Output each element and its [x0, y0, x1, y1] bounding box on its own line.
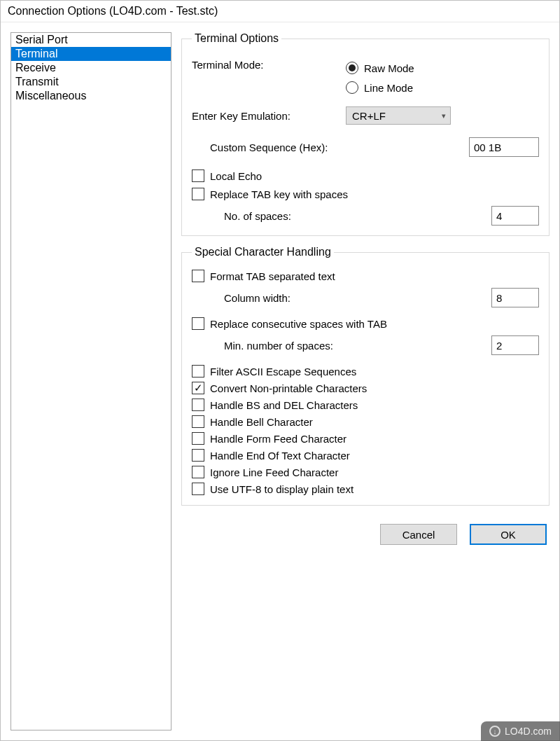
num-spaces-label: No. of spaces: — [224, 210, 491, 222]
special-char-group: Special Character Handling Format TAB se… — [181, 246, 550, 506]
sidebar-item-receive[interactable]: Receive — [11, 61, 171, 75]
terminal-options-group: Terminal Options Terminal Mode: Raw Mode… — [181, 32, 550, 236]
checkbox-label: Replace TAB key with spaces — [210, 188, 348, 200]
use-utf8-checkbox[interactable]: Use UTF-8 to display plain text — [192, 483, 539, 495]
convert-np-checkbox[interactable]: Convert Non-printable Characters — [192, 382, 539, 394]
checkbox-icon — [192, 317, 204, 330]
col-width-input[interactable]: 8 — [491, 288, 539, 307]
enter-key-select[interactable]: CR+LF ▾ — [346, 106, 451, 125]
checkbox-label: Replace consecutive spaces with TAB — [210, 318, 387, 330]
checkbox-label: Handle Bell Character — [210, 416, 313, 428]
checkbox-label: Local Echo — [210, 170, 262, 182]
sidebar-item-serial-port[interactable]: Serial Port — [11, 33, 171, 47]
checkbox-icon — [192, 449, 204, 462]
radio-icon — [346, 81, 358, 94]
custom-seq-label: Custom Sequence (Hex): — [210, 141, 469, 153]
checkbox-icon — [192, 188, 204, 200]
checkbox-label: Format TAB separated text — [210, 270, 335, 282]
checkbox-label: Filter ASCII Escape Sequences — [210, 366, 356, 378]
checkbox-label: Handle BS and DEL Characters — [210, 399, 358, 411]
checkbox-label: Handle Form Feed Character — [210, 433, 346, 445]
min-spaces-input[interactable]: 2 — [491, 335, 539, 355]
replace-spaces-checkbox[interactable]: Replace consecutive spaces with TAB — [192, 317, 539, 330]
checkbox-icon — [192, 466, 204, 478]
handle-bell-checkbox[interactable]: Handle Bell Character — [192, 415, 539, 428]
radio-icon — [346, 62, 358, 74]
terminal-mode-label: Terminal Mode: — [192, 57, 346, 71]
enter-key-label: Enter Key Emulation: — [192, 110, 346, 122]
checkbox-icon — [192, 483, 204, 495]
radio-raw-mode[interactable]: Raw Mode — [346, 62, 414, 74]
dialog-window: Connection Options (LO4D.com - Test.stc)… — [0, 0, 560, 741]
custom-seq-input[interactable]: 00 1B — [469, 137, 539, 157]
handle-bs-checkbox[interactable]: Handle BS and DEL Characters — [192, 399, 539, 411]
category-list[interactable]: Serial Port Terminal Receive Transmit Mi… — [10, 32, 172, 730]
chevron-down-icon: ▾ — [442, 111, 446, 120]
watermark: ↓ LO4D.com — [481, 721, 560, 741]
num-spaces-input[interactable]: 4 — [491, 206, 539, 226]
checkbox-icon — [192, 365, 204, 378]
checkbox-icon — [192, 169, 204, 182]
checkbox-icon — [192, 382, 204, 394]
handle-ff-checkbox[interactable]: Handle Form Feed Character — [192, 432, 539, 445]
min-spaces-label: Min. number of spaces: — [224, 340, 491, 352]
select-value: CR+LF — [352, 110, 386, 122]
radio-label: Line Mode — [364, 82, 413, 94]
checkbox-label: Use UTF-8 to display plain text — [210, 483, 354, 495]
format-tab-checkbox[interactable]: Format TAB separated text — [192, 270, 539, 282]
sidebar-item-terminal[interactable]: Terminal — [11, 47, 171, 61]
col-width-label: Column width: — [224, 292, 491, 304]
checkbox-label: Convert Non-printable Characters — [210, 382, 367, 394]
checkbox-icon — [192, 270, 204, 282]
terminal-options-legend: Terminal Options — [192, 32, 281, 45]
ignore-lf-checkbox[interactable]: Ignore Line Feed Character — [192, 466, 539, 478]
sidebar-item-miscellaneous[interactable]: Miscellaneous — [11, 89, 171, 103]
handle-eot-checkbox[interactable]: Handle End Of Text Character — [192, 449, 539, 462]
window-title: Connection Options (LO4D.com - Test.stc) — [1, 1, 559, 22]
checkbox-icon — [192, 415, 204, 428]
client-area: Serial Port Terminal Receive Transmit Mi… — [1, 22, 559, 740]
replace-tab-checkbox[interactable]: Replace TAB key with spaces — [192, 188, 539, 200]
checkbox-label: Handle End Of Text Character — [210, 450, 350, 462]
checkbox-label: Ignore Line Feed Character — [210, 466, 338, 478]
cancel-button[interactable]: Cancel — [380, 524, 457, 545]
content-panel: Terminal Options Terminal Mode: Raw Mode… — [181, 32, 550, 730]
sidebar-item-transmit[interactable]: Transmit — [11, 75, 171, 89]
filter-escape-checkbox[interactable]: Filter ASCII Escape Sequences — [192, 365, 539, 378]
dialog-buttons: Cancel OK — [181, 515, 550, 548]
local-echo-checkbox[interactable]: Local Echo — [192, 169, 539, 182]
ok-button[interactable]: OK — [470, 524, 547, 545]
special-char-legend: Special Character Handling — [192, 246, 334, 258]
checkbox-icon — [192, 399, 204, 411]
radio-label: Raw Mode — [364, 62, 414, 74]
checkbox-icon — [192, 432, 204, 445]
radio-line-mode[interactable]: Line Mode — [346, 81, 414, 94]
download-icon: ↓ — [489, 726, 500, 737]
